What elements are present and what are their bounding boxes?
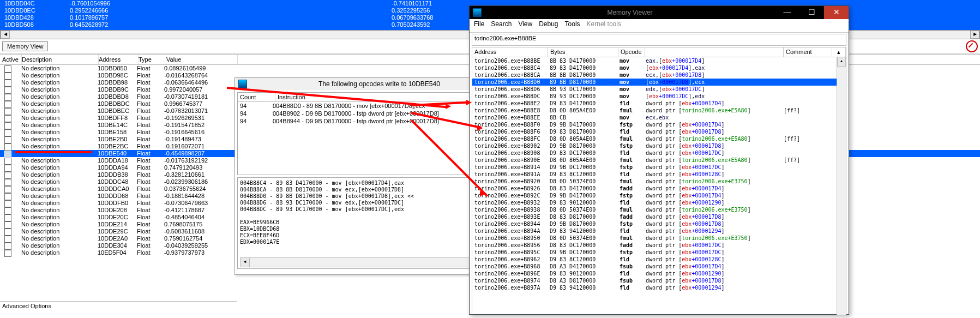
row-description[interactable]: No description	[21, 214, 98, 221]
scroll-left-arrow[interactable]: ◀	[1, 31, 10, 39]
disasm-row[interactable]: torino2006.exe+B8902D9 9B D8170000fstpdw…	[472, 142, 846, 149]
row-description[interactable]: No description	[21, 72, 98, 79]
row-address[interactable]: 10DDE304	[98, 242, 137, 249]
row-value[interactable]: -0.07306479663	[164, 200, 235, 207]
row-description[interactable]: No description	[21, 157, 98, 164]
row-description[interactable]: No description	[21, 143, 98, 150]
row-description[interactable]: No description	[21, 242, 98, 249]
disasm-row[interactable]: torino2006.exe+B8944D9 9B D8170000fstpdw…	[472, 220, 846, 227]
row-description[interactable]: No description	[21, 221, 98, 228]
row-address[interactable]: 10DDE208	[98, 207, 137, 214]
row-address[interactable]: 10DDE20C	[98, 214, 137, 221]
disasm-row[interactable]: torino2006.exe+B88F6D9 83 D8170000flddwo…	[472, 128, 846, 135]
mv-col-opcode[interactable]: Opcode	[618, 47, 645, 57]
row-description[interactable]: No description	[21, 249, 98, 256]
menu-item[interactable]: Kernel tools	[587, 20, 621, 31]
row-value[interactable]: 0.03736755624	[164, 185, 235, 193]
opcode-detail-hscroll[interactable]: ◀▶	[240, 257, 506, 267]
row-value[interactable]: -0.4549898207	[164, 150, 235, 157]
disasm-row[interactable]: torino2006.exe+B8920D8 0D 50374E00fmuldw…	[472, 178, 846, 185]
row-address[interactable]: 10DDDFB0	[98, 200, 137, 207]
row-address[interactable]: 10DBD850	[98, 65, 137, 72]
row-value[interactable]: -0.07832013071	[164, 107, 235, 115]
mv-menubar[interactable]: FileSearchViewDebugToolsKernel tools	[470, 19, 849, 33]
row-value[interactable]: -0.1916645616	[164, 129, 235, 136]
disasm-row[interactable]: torino2006.exe+B88E2D9 83 D4170000flddwo…	[472, 100, 846, 107]
row-description[interactable]: No description	[21, 86, 98, 93]
row-value[interactable]: -0.01643268764	[164, 72, 235, 79]
disasm-row[interactable]: torino2006.exe+B8932D9 83 90120000flddwo…	[472, 199, 846, 206]
row-type[interactable]: Float	[137, 164, 164, 171]
disasm-row[interactable]: torino2006.exe+B8950D8 0D 50374E00fmuldw…	[472, 235, 846, 242]
row-type[interactable]: Float	[137, 242, 164, 249]
row-address[interactable]: 10DDDA18	[98, 157, 137, 164]
row-type[interactable]: Float	[137, 249, 164, 256]
row-description[interactable]: No description	[21, 129, 98, 136]
disasm-row[interactable]: torino2006.exe+B8908D9 83 DC170000flddwo…	[472, 149, 846, 157]
row-type[interactable]: Float	[137, 228, 164, 235]
opcode-row[interactable]: 94004B8902 - D9 9B D8170000 - fstp dword…	[238, 110, 508, 117]
row-value[interactable]: -0.04039259255	[164, 242, 235, 249]
row-address[interactable]: 10DBE14C	[98, 122, 137, 129]
row-description[interactable]: No description	[21, 207, 98, 214]
disasm-row[interactable]: torino2006.exe+B8968D8 A3 D4170000fsubdw…	[472, 263, 846, 270]
row-address[interactable]: 10DDDB38	[98, 171, 137, 178]
disasm-row[interactable]: torino2006.exe+B8926D8 83 D4170000fadddw…	[472, 185, 846, 192]
close-button[interactable]: ✕	[824, 6, 849, 19]
row-type[interactable]: Float	[137, 207, 164, 214]
menu-item[interactable]: View	[518, 20, 532, 31]
row-description[interactable]: No description	[21, 136, 98, 143]
row-value[interactable]: -0.02399306186	[164, 178, 235, 185]
disasm-row[interactable]: torino2006.exe+B8914D9 9B DC170000fstpdw…	[472, 164, 846, 171]
memory-viewer-window[interactable]: Memory Viewer — ☐ ✕ FileSearchViewDebugT…	[469, 5, 849, 315]
row-value[interactable]: -0.5083611608	[164, 228, 235, 235]
row-type[interactable]: Float	[137, 221, 164, 228]
row-address[interactable]: 10DBE158	[98, 129, 137, 136]
row-type[interactable]: Float	[137, 122, 164, 129]
mv-vscroll[interactable]: ▴	[837, 57, 846, 315]
row-description[interactable]: No description	[21, 178, 98, 185]
row-description[interactable]: No description	[21, 122, 98, 129]
disasm-row[interactable]: torino2006.exe+B893ED8 83 D8170000fadddw…	[472, 213, 846, 220]
row-description[interactable]: No description	[21, 235, 98, 242]
row-type[interactable]: Float	[137, 178, 164, 185]
disable-icon[interactable]	[966, 40, 978, 52]
mv-col-bytes[interactable]: Bytes	[548, 47, 618, 57]
col-address[interactable]: Address	[99, 55, 139, 64]
row-address[interactable]: 10DDDA94	[98, 164, 137, 171]
row-type[interactable]: Float	[137, 143, 164, 150]
row-value[interactable]: -0.1881644428	[164, 193, 235, 200]
row-address[interactable]: 10DBDB98	[98, 79, 137, 86]
disasm-row[interactable]: torino2006.exe+B890ED8 0D 805A4E00fmuldw…	[472, 157, 846, 164]
row-value[interactable]: -0.3281210661	[164, 171, 235, 178]
row-description[interactable]: No description	[21, 228, 98, 235]
row-type[interactable]: Float	[137, 129, 164, 136]
row-description[interactable]: No description	[21, 107, 98, 115]
disasm-row[interactable]: torino2006.exe+B8962D9 83 8C120000flddwo…	[472, 256, 846, 263]
row-address[interactable]: 10DBE2B0	[98, 136, 137, 143]
row-value[interactable]: -0.4854046404	[164, 214, 235, 221]
col-active[interactable]: Active	[0, 55, 22, 64]
mv-col-address[interactable]: Address	[472, 47, 548, 57]
row-description[interactable]: No description	[21, 193, 98, 200]
row-address[interactable]: 10DDE29C	[98, 228, 137, 235]
col-description[interactable]: Description	[22, 55, 99, 64]
row-address[interactable]: 10DDE2A0	[98, 235, 137, 242]
col-type[interactable]: Type	[139, 55, 166, 64]
row-value[interactable]: -0.1915471852	[164, 122, 235, 129]
row-address[interactable]: 10ED5F04	[98, 249, 137, 256]
row-type[interactable]: Float	[137, 157, 164, 164]
disasm-row[interactable]: torino2006.exe+B895CD9 9B DC170000fstpdw…	[472, 249, 846, 256]
menu-item[interactable]: Search	[491, 20, 512, 31]
row-address[interactable]: 10DBE2BC	[98, 143, 137, 150]
row-address[interactable]: 10DBDBDC	[98, 100, 137, 107]
mv-titlebar[interactable]: Memory Viewer — ☐ ✕	[470, 6, 849, 19]
disasm-row[interactable]: torino2006.exe+B88F0D9 9B D4170000fstpdw…	[472, 121, 846, 128]
mv-col-comment[interactable]: Comment	[784, 47, 832, 57]
row-description[interactable]: No description	[21, 200, 98, 207]
menu-item[interactable]: Tools	[565, 20, 580, 31]
row-description[interactable]: No description	[21, 79, 98, 86]
row-type[interactable]: Float	[137, 86, 164, 93]
row-type[interactable]: Float	[137, 100, 164, 107]
row-type[interactable]: Float	[137, 107, 164, 115]
